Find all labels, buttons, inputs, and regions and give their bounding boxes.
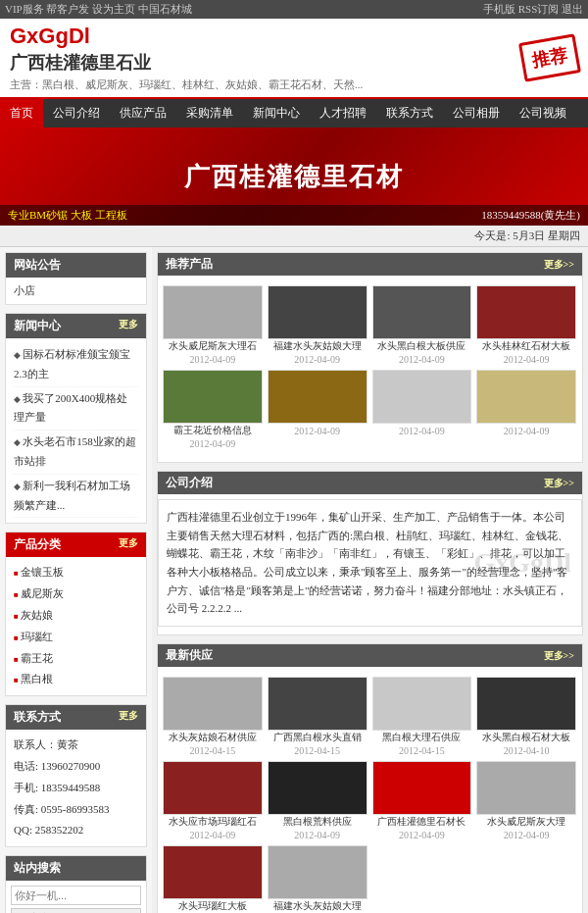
supply-name: 广西桂灌德里石材长 — [372, 815, 472, 828]
notice-title: 网站公告 — [6, 253, 146, 278]
product-image[interactable] — [476, 285, 576, 339]
supply-image[interactable] — [268, 761, 368, 815]
cat-link[interactable]: 金镶玉板 — [14, 562, 138, 583]
recommend-more[interactable]: 更多>> — [544, 258, 574, 272]
header-slogan: 主营：黑白根、威尼斯灰、玛瑙红、桂林红、灰姑娘、霸王花石材、天然... — [10, 77, 363, 92]
nav-contact[interactable]: 联系方式 — [376, 99, 443, 127]
nav-home[interactable]: 首页 — [0, 99, 43, 127]
main-layout: 网站公告 小店 新闻中心 更多 国标石材标准颁宝颁宝 2.3的主 我买了200X… — [0, 247, 588, 913]
product-name: 福建水头灰姑娘大理 — [268, 339, 368, 352]
supply-image[interactable] — [163, 761, 263, 815]
search-title: 站内搜索 — [6, 856, 146, 881]
header: GxGgDl 广西桂灌德里石业 主营：黑白根、威尼斯灰、玛瑙红、桂林红、灰姑娘、… — [0, 19, 588, 99]
nav-news[interactable]: 新闻中心 — [243, 99, 310, 127]
cat-link[interactable]: 威尼斯灰 — [14, 583, 138, 605]
sidebar: 网站公告 小店 新闻中心 更多 国标石材标准颁宝颁宝 2.3的主 我买了200X… — [0, 247, 152, 913]
top-bar-right: 手机版 RSS订阅 退出 — [483, 2, 583, 17]
nav-recruit[interactable]: 人才招聘 — [310, 99, 376, 127]
cat-link[interactable]: 玛瑙红 — [14, 627, 138, 648]
cat-link[interactable]: 黑白根 — [14, 669, 138, 690]
supply-image[interactable] — [372, 677, 472, 731]
recommend-title: 推荐产品 — [166, 256, 213, 273]
nav-purchase[interactable]: 采购清单 — [176, 99, 243, 127]
sidebar-notice: 网站公告 小店 — [5, 252, 147, 305]
help-link[interactable]: 帮客户发 — [46, 3, 89, 15]
product-name: 水头黑白根大板供应 — [372, 339, 472, 352]
product-item: 2012-04-09 — [476, 370, 576, 449]
product-image[interactable] — [268, 285, 368, 339]
product-image[interactable] — [163, 370, 263, 424]
product-image[interactable] — [268, 370, 368, 424]
contact-mobile: 手机: 18359449588 — [14, 778, 138, 799]
search-select[interactable]: 供应产品 — [11, 908, 141, 913]
logo-area: GxGgDl 广西桂灌德里石业 主营：黑白根、威尼斯灰、玛瑙红、桂林红、灰姑娘、… — [10, 24, 363, 92]
cat-title-bar: 产品分类 更多 — [6, 533, 146, 557]
product-item: 水头黑白根大板供应 2012-04-09 — [372, 285, 472, 365]
company-title: 公司介绍 — [166, 475, 213, 491]
supply-item: 水头黑白根石材大板 2012-04-10 — [476, 677, 576, 756]
supply-image[interactable] — [163, 677, 263, 731]
mobile-link[interactable]: 手机版 — [483, 3, 515, 15]
contact-more[interactable]: 更多 — [119, 709, 138, 726]
product-date: 2012-04-09 — [268, 354, 368, 365]
product-image[interactable] — [163, 285, 263, 339]
recommend-header: 推荐产品 更多>> — [158, 253, 582, 276]
supply-image[interactable] — [268, 677, 368, 731]
product-image[interactable] — [372, 285, 472, 339]
stone-city-link[interactable]: 中国石材城 — [138, 3, 192, 15]
contact-title: 联系方式 — [14, 709, 61, 726]
main-nav: 首页 公司介绍 供应产品 采购清单 新闻中心 人才招聘 联系方式 公司相册 公司… — [0, 99, 588, 127]
recommend-stamp: 推荐 — [521, 38, 578, 77]
supply-image[interactable] — [476, 761, 576, 815]
product-item: 霸王花近价格信息 2012-04-09 — [163, 370, 263, 449]
search-input[interactable] — [11, 886, 141, 905]
nav-video[interactable]: 公司视频 — [510, 99, 576, 127]
cat-more[interactable]: 更多 — [119, 536, 138, 553]
cat-link[interactable]: 灰姑娘 — [14, 605, 138, 627]
supply-image[interactable] — [372, 761, 472, 815]
rss-link[interactable]: RSS订阅 — [518, 3, 560, 15]
supply-more[interactable]: 更多>> — [544, 649, 574, 663]
supply-date: 2012-04-09 — [372, 830, 472, 840]
home-set-link[interactable]: 设为主页 — [92, 3, 135, 15]
sidebar-categories: 产品分类 更多 金镶玉板 威尼斯灰 灰姑娘 玛瑙红 霸王花 黑白根 — [5, 532, 147, 696]
supply-date: 2012-04-15 — [163, 745, 263, 756]
supply-item: 广西桂灌德里石材长 2012-04-09 — [372, 761, 472, 840]
news-list: 国标石材标准颁宝颁宝 2.3的主 我买了200X400规格处理产量 水头老石市1… — [6, 338, 146, 523]
supply-date: 2012-04-15 — [268, 745, 368, 756]
supply-name: 黑白根荒料供应 — [268, 815, 368, 828]
product-name: 霸王花近价格信息 — [163, 424, 263, 436]
supply-image[interactable] — [268, 845, 368, 899]
product-image[interactable] — [372, 370, 472, 424]
supply-item: 水头应市场玛瑙红石 2012-04-09 — [163, 761, 263, 840]
nav-album[interactable]: 公司相册 — [443, 99, 510, 127]
category-list: 金镶玉板 威尼斯灰 灰姑娘 玛瑙红 霸王花 黑白根 — [6, 557, 146, 695]
company-header: 公司介绍 更多>> — [158, 472, 582, 494]
top-bar-left: VIP服务 帮客户发 设为主页 中国石材城 — [5, 2, 192, 17]
company-content: 广西桂灌德里石业创立于1996年，集矿山开采、生产加工、产品销售于一体。本公司主… — [158, 499, 582, 627]
contact-title-bar: 联系方式 更多 — [6, 705, 146, 730]
product-date: 2012-04-09 — [163, 354, 263, 365]
supply-item: 广西黑白根水头直销 2012-04-15 — [268, 677, 368, 756]
product-date: 2012-04-09 — [372, 426, 472, 436]
supply-name: 水头灰姑娘石材供应 — [163, 731, 263, 743]
product-name: 水头威尼斯灰大理石 — [163, 339, 263, 352]
banner-text: 广西桂灌德里石材 — [184, 160, 404, 194]
supply-item: 水头玛瑙红大板 2012-04-09 — [163, 845, 263, 913]
company-more[interactable]: 更多>> — [544, 477, 574, 490]
product-date: 2012-04-09 — [476, 426, 576, 436]
nav-company[interactable]: 公司介绍 — [43, 99, 110, 127]
nav-products[interactable]: 供应产品 — [110, 99, 176, 127]
supply-item: 黑白根荒料供应 2012-04-09 — [268, 761, 368, 840]
product-item: 水头桂林红石材大板 2012-04-09 — [476, 285, 576, 365]
contact-tel: 电话: 13960270900 — [14, 756, 138, 778]
cat-link[interactable]: 霸王花 — [14, 648, 138, 670]
vip-link[interactable]: VIP服务 — [5, 3, 44, 15]
supply-date: 2012-04-15 — [372, 745, 472, 756]
logout-link[interactable]: 退出 — [562, 3, 583, 15]
banner-bottom: 专业BM砂锯 大板 工程板 18359449588(黄先生) — [0, 205, 588, 226]
news-more[interactable]: 更多 — [119, 318, 138, 334]
product-image[interactable] — [476, 370, 576, 424]
supply-image[interactable] — [476, 677, 576, 731]
supply-image[interactable] — [163, 845, 263, 899]
